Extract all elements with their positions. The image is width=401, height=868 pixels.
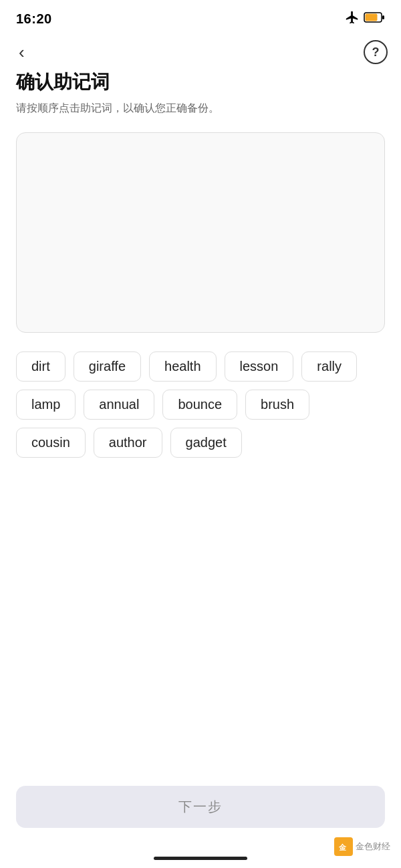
word-chip-lesson[interactable]: lesson (225, 351, 294, 382)
next-button-wrap: 下一步 (16, 786, 385, 828)
word-chip-lamp[interactable]: lamp (16, 390, 76, 420)
help-button[interactable]: ? (364, 40, 388, 64)
svg-rect-2 (382, 15, 384, 19)
page-title: 确认助记词 (16, 69, 385, 95)
watermark: 金 金色财经 (334, 837, 390, 856)
selection-box (16, 132, 385, 333)
word-chip-annual[interactable]: annual (84, 390, 154, 420)
nav-bar: ‹ ? (0, 35, 401, 69)
svg-text:金: 金 (338, 843, 347, 851)
word-chip-dirt[interactable]: dirt (16, 351, 65, 382)
word-chip-giraffe[interactable]: giraffe (74, 351, 141, 382)
watermark-text: 金色财经 (356, 841, 390, 853)
watermark-logo: 金 (334, 837, 353, 856)
word-chip-rally[interactable]: rally (301, 351, 357, 382)
back-button[interactable]: ‹ (13, 41, 30, 63)
airplane-icon (345, 10, 360, 27)
word-chip-health[interactable]: health (149, 351, 217, 382)
battery-icon (364, 11, 385, 26)
status-icons (345, 10, 385, 27)
next-button[interactable]: 下一步 (16, 786, 385, 828)
word-chip-brush[interactable]: brush (245, 390, 309, 420)
main-content: 确认助记词 请按顺序点击助记词，以确认您正确备份。 dirtgiraffehea… (0, 69, 401, 458)
status-bar: 16:20 (0, 0, 401, 35)
word-chip-author[interactable]: author (94, 428, 162, 458)
status-time: 16:20 (16, 11, 52, 27)
svg-rect-1 (366, 14, 378, 21)
words-grid: dirtgiraffehealthlessonrallylampannualbo… (16, 351, 385, 458)
home-indicator (154, 857, 247, 860)
word-chip-gadget[interactable]: gadget (170, 428, 242, 458)
page-subtitle: 请按顺序点击助记词，以确认您正确备份。 (16, 100, 385, 116)
word-chip-bounce[interactable]: bounce (162, 390, 237, 420)
word-chip-cousin[interactable]: cousin (16, 428, 86, 458)
